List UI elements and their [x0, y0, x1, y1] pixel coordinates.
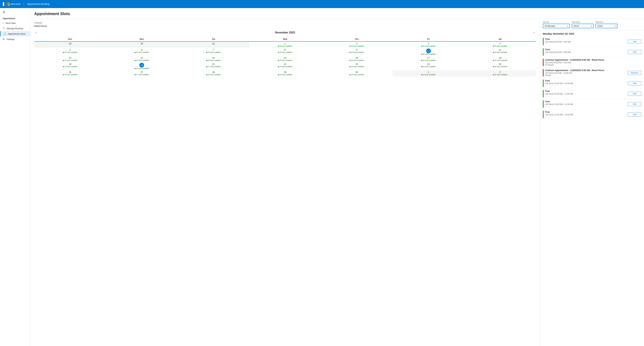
calendar-day[interactable]: 116 slots available	[392, 70, 464, 76]
slot-count: 19 slots available	[250, 66, 320, 68]
calendar-table: SunMonTueWedThuFriSat 293031120 slots av…	[34, 37, 536, 76]
calendar-day[interactable]: 820 slots available	[249, 48, 321, 56]
calendar-panel: Calendar Reed Flores ‹ November 2023 › S…	[30, 19, 540, 346]
prev-month-button[interactable]: ‹	[34, 30, 38, 35]
slots-controls: Interval 30 Minutes 15 Minutes 60 Minute…	[540, 19, 644, 30]
calendar-day[interactable]: 1120 slots available	[464, 48, 536, 56]
calendar-day[interactable]: 30	[106, 42, 178, 48]
slot-item: Contract Appointment - 11/20/2023 9:00 A…	[543, 57, 641, 68]
slot-add-button[interactable]: Add	[628, 102, 641, 106]
slots-list: Free(30 mins) 8:00 AM - 8:30 AM-AddFree(…	[540, 37, 644, 346]
slot-time: (30 mins) 9:00 AM - 9:30 AM	[545, 62, 641, 64]
calendar-day[interactable]: 2117 slots available	[178, 62, 249, 70]
interval-select[interactable]: 30 Minutes 15 Minutes 60 Minutes	[543, 24, 570, 28]
slot-count: 20 slots available	[178, 59, 249, 61]
plus-icon: +	[3, 22, 4, 24]
slot-title: Contract Appointment - 11/20/2023 9:00 A…	[545, 59, 641, 61]
calendar-day[interactable]: 2717 slots available	[106, 70, 178, 76]
slot-time: (30 mins) 8:00 AM - 8:30 AM	[545, 41, 626, 43]
calendar-day[interactable]: 1620 slots available	[321, 56, 392, 62]
calendar-day[interactable]: 1220 slots available	[34, 56, 106, 62]
sidebar-item-book-new[interactable]: + Book New	[0, 20, 30, 26]
slot-add-button[interactable]: Add	[628, 81, 641, 85]
calendar-day[interactable]: 420 slots available	[464, 42, 536, 48]
slot-title: Free	[545, 38, 626, 40]
shift-end-select[interactable]: 18:00 17:00 19:00	[596, 24, 617, 28]
calendar-day[interactable]: 1820 slots available	[464, 56, 536, 62]
calendar-day[interactable]: 31	[178, 42, 249, 48]
slot-count: 20 slots available	[321, 51, 392, 53]
slot-count: 20 slots available	[465, 74, 536, 76]
calendar-day[interactable]: 620 slots available	[106, 48, 178, 56]
calendar-day[interactable]: 3020 slots available	[321, 70, 392, 76]
calendar-day[interactable]: 2018 slots available	[106, 62, 178, 70]
calendar-day[interactable]: 520 slots available	[34, 48, 106, 56]
slot-indicator	[543, 69, 544, 77]
calendar-day[interactable]: 720 slots available	[178, 48, 249, 56]
calendar-day[interactable]: 220 slots available	[321, 42, 392, 48]
calendar-day[interactable]: 220 slots available	[464, 70, 536, 76]
slot-time: (30 mins) 9:30 AM - 10:00 AM	[545, 72, 626, 74]
slot-count: 20 slots available	[250, 51, 320, 53]
topbar: ‹ Microsoft Appointment Booking	[0, 0, 644, 8]
shift-start-select[interactable]: 08:00 07:00 09:00	[572, 24, 594, 28]
calendar-day[interactable]: 920 slots available	[321, 48, 392, 56]
slot-action-area: Add	[628, 111, 641, 118]
slot-time: (30 mins) 10:30 AM - 11:00 AM	[545, 93, 626, 95]
slot-remove-button[interactable]: Remove	[628, 71, 641, 75]
slot-add-button[interactable]: Add	[628, 112, 641, 117]
sidebar-item-manage-booking[interactable]: 🗒 Manage Booking	[0, 26, 30, 31]
hamburger-menu[interactable]: ☰	[0, 10, 30, 15]
interval-select-wrapper: 30 Minutes 15 Minutes 60 Minutes	[543, 24, 570, 28]
calendar-day[interactable]: 29	[34, 42, 106, 48]
calendar-day[interactable]: 2318 slots available	[321, 62, 392, 70]
slot-count: 20 slots available	[250, 59, 320, 61]
calendar-day[interactable]: 1920 slots available	[34, 62, 106, 70]
slot-details: Free(30 mins) 10:30 AM - 11:00 AM-	[545, 90, 626, 97]
calendar-day[interactable]: 1720 slots available	[392, 56, 464, 62]
slot-count: 20 slots available	[106, 51, 177, 53]
slot-title: Contract Appointment - 11/20/2023 9:30 A…	[545, 69, 626, 72]
slot-add-button[interactable]: Add	[628, 50, 641, 54]
calendar-day[interactable]: 2420 slots available	[392, 62, 464, 70]
slot-item: Free(30 mins) 10:00 AM - 10:30 AM-Add	[543, 78, 641, 89]
calendar-day[interactable]: 1320 slots available	[106, 56, 178, 62]
slot-count: 20 slots available	[35, 66, 106, 68]
ms-logo-area: Microsoft	[6, 2, 20, 6]
calendar-day[interactable]: 320 slots available	[392, 42, 464, 48]
sidebar-item-appointment-slots[interactable]: 📋 Appointment Slots	[0, 31, 30, 37]
interval-control: Interval 30 Minutes 15 Minutes 60 Minute…	[543, 21, 570, 28]
slot-add-button[interactable]: Add	[628, 40, 641, 44]
slot-details: Free(30 mins) 8:30 AM - 9:00 AM-	[545, 48, 626, 56]
calendar-day[interactable]: 2620 slots available	[34, 70, 106, 76]
sidebar-section-label: Appointment	[0, 15, 30, 20]
calendar-day[interactable]: 2920 slots available	[249, 70, 321, 76]
slot-action-area: Add	[628, 90, 641, 97]
slot-extra: -	[545, 116, 626, 118]
slot-item: Free(30 mins) 10:30 AM - 11:00 AM-Add	[543, 89, 641, 99]
calendar-month-title: November 2023	[275, 31, 295, 34]
content-area: Appointment Slots Calendar Reed Flores ‹…	[30, 8, 644, 346]
calendar-day[interactable]: 2219 slots available	[249, 62, 321, 70]
topbar-title: Appointment Booking	[27, 3, 50, 5]
calendar-day[interactable]: 1520 slots available	[249, 56, 321, 62]
calendar-day[interactable]: 2820 slots available	[178, 70, 249, 76]
slot-title: Free	[545, 100, 626, 103]
sidebar-item-settings[interactable]: ⚙ Settings	[0, 37, 30, 42]
page-title: Appointment Slots	[34, 12, 640, 16]
calendar-day[interactable]: 1420 slots available	[178, 56, 249, 62]
calendar-day[interactable]: 120 slots available	[249, 42, 321, 48]
slot-title: Free	[545, 79, 626, 82]
calendar-day[interactable]: 1020 slots available	[392, 48, 464, 56]
slot-details: Free(30 mins) 11:30 AM - 12:00 PM-	[545, 111, 626, 118]
slot-count: 20 slots available	[178, 74, 249, 76]
slot-count: 20 slots available	[393, 45, 464, 47]
slot-time: (30 mins) 10:00 AM - 10:30 AM	[545, 82, 626, 85]
slot-extra: -	[545, 53, 626, 56]
next-month-button[interactable]: ›	[532, 30, 536, 35]
slot-details: Contract Appointment - 11/20/2023 9:30 A…	[545, 69, 626, 77]
slot-add-button[interactable]: Add	[628, 92, 641, 96]
content-body: Calendar Reed Flores ‹ November 2023 › S…	[30, 19, 644, 346]
calendar-day[interactable]: 2520 slots available	[464, 62, 536, 70]
back-button[interactable]: ‹	[3, 2, 4, 6]
